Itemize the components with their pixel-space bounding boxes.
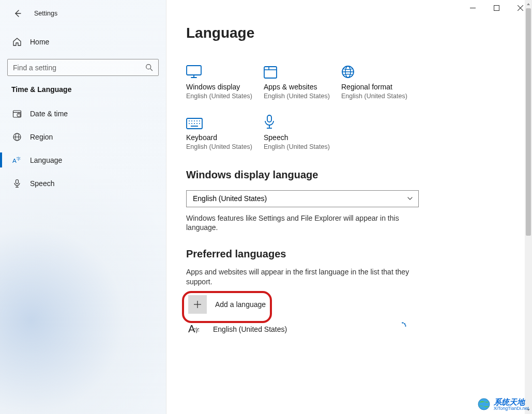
svg-rect-16 [187,66,201,75]
preferred-languages-help: Apps and websites will appear in the fir… [186,267,419,287]
search-input[interactable] [13,64,145,72]
svg-rect-43 [494,5,499,10]
window-controls [461,0,532,16]
maximize-button[interactable] [484,0,508,16]
globe-large-icon [341,63,414,79]
date-time-icon [11,109,23,118]
microphone-large-icon [264,114,336,129]
svg-rect-13 [16,179,19,183]
add-language-button[interactable]: Add a language [186,293,268,316]
back-button[interactable] [8,4,27,23]
language-glyph-icon: A字 [188,323,207,335]
tile-regional-format[interactable]: Regional format English (United States) [341,63,414,100]
tile-sub: English (United States) [264,92,336,100]
display-language-dropdown[interactable]: English (United States) [186,190,419,207]
sidebar-item-label: Language [30,156,62,164]
tile-sub: English (United States) [341,92,414,100]
main-content: Language Windows display English (United… [166,0,532,414]
svg-text:字: 字 [17,157,21,161]
sidebar-item-speech[interactable]: Speech [0,172,166,195]
tile-speech[interactable]: Speech English (United States) [264,114,336,151]
watermark-subtext: XiTongTianDi.net [494,406,529,411]
add-language-label: Add a language [215,300,266,309]
sidebar-item-region[interactable]: Region [0,125,166,148]
tile-title: Windows display [186,83,259,91]
sidebar-item-language[interactable]: A字 Language [0,148,166,172]
watermark-globe-icon [477,397,491,411]
watermark-text: 系统天地 [494,398,529,406]
loading-spinner-icon [398,322,406,330]
scroll-thumb[interactable] [526,8,531,236]
monitor-icon [186,63,259,79]
home-label: Home [30,38,49,46]
language-overview-tiles: Windows display English (United States) … [186,63,523,151]
tile-keyboard[interactable]: Keyboard English (United States) [186,114,259,151]
tile-sub: English (United States) [186,143,259,151]
installed-language-name: English (United States) [213,325,287,333]
svg-point-1 [146,65,151,69]
tile-windows-display[interactable]: Windows display English (United States) [186,63,259,100]
svg-text:A: A [12,157,17,163]
globe-icon [11,132,23,142]
minimize-button[interactable] [461,0,484,16]
language-icon: A字 [11,156,23,165]
window-icon [264,63,336,79]
plus-icon [188,295,207,314]
search-box[interactable] [7,59,159,76]
svg-rect-19 [264,67,277,78]
vertical-scrollbar[interactable] [525,0,532,414]
svg-rect-37 [267,115,271,122]
chevron-down-icon [407,195,413,202]
tile-title: Apps & websites [264,83,336,91]
search-icon [145,64,153,71]
preferred-languages-heading: Preferred languages [186,248,523,260]
tile-sub: English (United States) [186,92,259,100]
scroll-track[interactable] [525,8,532,406]
tile-title: Keyboard [186,133,259,142]
watermark: 系统天地 XiTongTianDi.net [477,397,529,411]
keyboard-icon [186,114,259,129]
page-title: Language [186,25,523,41]
title-bar: Settings [0,3,166,24]
tile-title: Regional format [341,83,414,91]
display-language-selected: English (United States) [193,194,267,203]
sidebar-item-label: Date & time [30,110,68,118]
tile-title: Speech [264,133,336,142]
close-button[interactable] [508,0,532,16]
display-language-help: Windows features like Settings and File … [186,213,419,233]
sidebar-section-title: Time & Language [0,82,166,102]
sidebar: Settings Home Time & Language Date & tim… [0,0,166,414]
installed-language-item[interactable]: A字 English (United States) [186,320,523,338]
tile-sub: English (United States) [264,143,336,151]
display-language-heading: Windows display language [186,169,523,181]
svg-line-2 [150,69,153,71]
tile-apps-websites[interactable]: Apps & websites English (United States) [264,63,336,100]
sidebar-item-label: Speech [30,179,54,188]
microphone-icon [11,179,23,188]
sidebar-item-date-time[interactable]: Date & time [0,102,166,125]
home-link[interactable]: Home [0,30,166,54]
app-title: Settings [34,10,57,17]
sidebar-item-label: Region [30,133,53,141]
home-icon [11,37,23,47]
